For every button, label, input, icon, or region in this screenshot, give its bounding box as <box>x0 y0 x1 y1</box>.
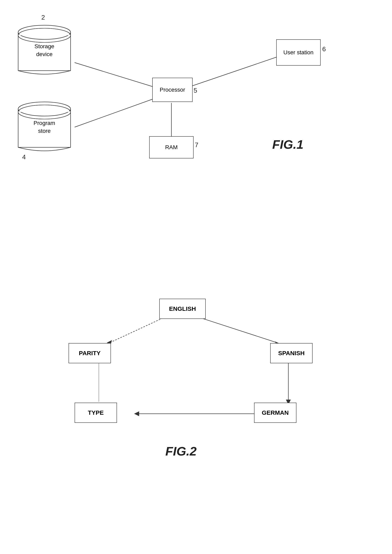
spanish-label: SPANISH <box>278 350 304 357</box>
storage-device-label: Storagedevice <box>16 42 73 58</box>
storage-device-cylinder: Storagedevice <box>16 20 73 77</box>
program-store-cylinder: Programstore <box>16 97 73 153</box>
processor-label: Processor <box>160 86 185 93</box>
diagram-container: Storagedevice 2 Programstore 4 Processor… <box>0 0 392 554</box>
english-box: ENGLISH <box>159 299 206 319</box>
ref-num-5: 5 <box>194 87 197 94</box>
ref-num-6: 6 <box>322 45 326 53</box>
fig2-title: FIG.2 <box>165 444 197 458</box>
english-label: ENGLISH <box>169 305 196 312</box>
type-box: TYPE <box>75 403 117 423</box>
processor-box: Processor <box>152 78 193 102</box>
german-label: GERMAN <box>262 409 288 416</box>
svg-line-0 <box>75 63 153 87</box>
ram-label: RAM <box>165 144 178 151</box>
parity-label: PARITY <box>79 350 101 357</box>
type-label: TYPE <box>88 409 104 416</box>
lines-overlay <box>0 0 392 554</box>
svg-line-2 <box>189 57 278 87</box>
spanish-box: SPANISH <box>270 343 313 363</box>
svg-line-1 <box>75 99 153 127</box>
german-box: GERMAN <box>254 403 296 423</box>
svg-line-6 <box>198 317 278 343</box>
svg-marker-11 <box>134 411 139 416</box>
parity-box: PARITY <box>69 343 111 363</box>
user-station-label: User station <box>283 49 313 56</box>
program-store-label: Programstore <box>16 119 73 135</box>
ram-box: RAM <box>149 136 194 158</box>
ref-num-2: 2 <box>41 14 45 21</box>
fig1-title: FIG.1 <box>272 137 303 151</box>
user-station-box: User station <box>276 39 321 65</box>
ref-num-4: 4 <box>22 153 26 161</box>
ref-num-7: 7 <box>195 141 198 149</box>
svg-line-4 <box>109 317 165 343</box>
